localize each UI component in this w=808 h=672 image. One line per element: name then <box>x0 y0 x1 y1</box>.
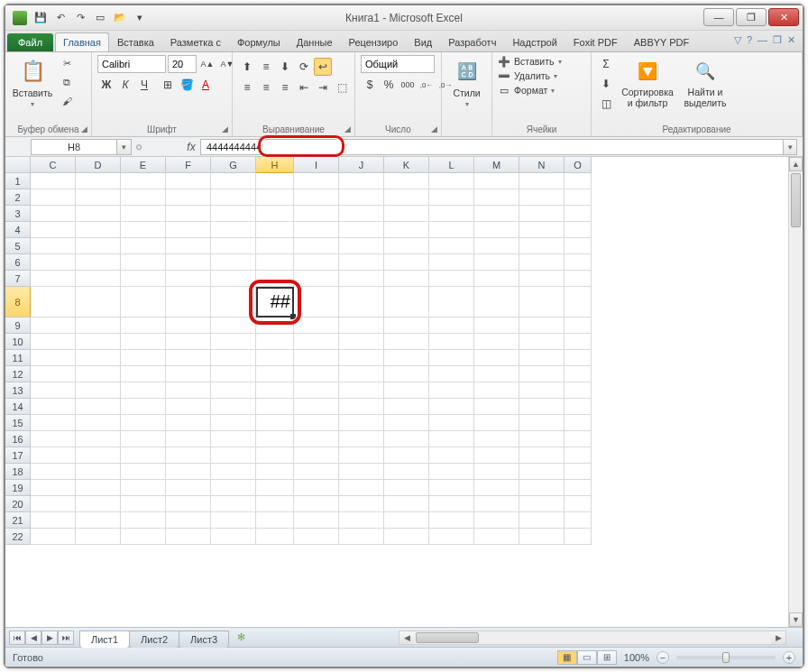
cell-J2[interactable] <box>339 189 384 206</box>
number-launcher-icon[interactable]: ◢ <box>428 124 439 134</box>
cell-M6[interactable] <box>474 254 519 271</box>
cell-N3[interactable] <box>519 206 565 222</box>
cell-G9[interactable] <box>211 318 256 334</box>
cell-E22[interactable] <box>121 529 166 545</box>
cell-N19[interactable] <box>519 480 565 496</box>
cell-N1[interactable] <box>519 173 565 189</box>
cell-N9[interactable] <box>519 318 565 334</box>
cell-D22[interactable] <box>76 529 121 545</box>
row-header-4[interactable]: 4 <box>5 222 31 238</box>
cell-D16[interactable] <box>76 431 121 447</box>
autosum-button[interactable]: Σ <box>597 55 615 73</box>
cell-J6[interactable] <box>339 254 384 271</box>
cell-I20[interactable] <box>294 496 339 512</box>
merge-button[interactable]: ⬚ <box>333 78 351 97</box>
col-header-K[interactable]: K <box>384 157 429 173</box>
cell-N18[interactable] <box>519 464 565 480</box>
cell-O6[interactable] <box>565 254 592 271</box>
cell-D11[interactable] <box>76 350 121 366</box>
cell-G20[interactable] <box>211 496 256 512</box>
currency-button[interactable]: $ <box>361 76 379 94</box>
cell-N10[interactable] <box>519 334 565 350</box>
cell-G14[interactable] <box>211 399 256 415</box>
cell-J22[interactable] <box>339 529 384 545</box>
cell-M9[interactable] <box>474 318 519 334</box>
qat-new[interactable]: ▭ <box>92 10 108 26</box>
cell-O14[interactable] <box>565 399 592 415</box>
cell-M19[interactable] <box>474 480 519 496</box>
cell-E3[interactable] <box>121 206 166 222</box>
cell-I12[interactable] <box>294 366 339 382</box>
cell-F3[interactable] <box>166 206 211 222</box>
cell-I19[interactable] <box>294 480 339 496</box>
cell-N11[interactable] <box>519 350 565 366</box>
cell-J8[interactable] <box>339 287 384 318</box>
tab-вид[interactable]: Вид <box>406 32 440 51</box>
cell-C16[interactable] <box>31 431 76 447</box>
decrease-indent-button[interactable]: ⇤ <box>295 78 313 97</box>
cell-M8[interactable] <box>474 287 519 318</box>
cell-D17[interactable] <box>76 447 121 464</box>
cell-L1[interactable] <box>429 173 474 189</box>
cell-D13[interactable] <box>76 382 121 399</box>
cell-G12[interactable] <box>211 366 256 382</box>
cell-D18[interactable] <box>76 464 121 480</box>
row-header-20[interactable]: 20 <box>5 496 31 512</box>
cell-L7[interactable] <box>429 271 474 287</box>
cell-N5[interactable] <box>519 238 565 254</box>
cell-G10[interactable] <box>211 334 256 350</box>
cell-F18[interactable] <box>166 464 211 480</box>
cell-D3[interactable] <box>76 206 121 222</box>
cell-O10[interactable] <box>565 334 592 350</box>
col-header-D[interactable]: D <box>76 157 121 173</box>
view-mode-2[interactable]: ⊞ <box>597 650 617 665</box>
cell-M18[interactable] <box>474 464 519 480</box>
cell-L9[interactable] <box>429 318 474 334</box>
cell-L4[interactable] <box>429 222 474 238</box>
cell-E18[interactable] <box>121 464 166 480</box>
cell-K2[interactable] <box>384 189 429 206</box>
cell-D6[interactable] <box>76 254 121 271</box>
cell-I7[interactable] <box>294 271 339 287</box>
tab-разметка с[interactable]: Разметка с <box>162 32 229 51</box>
cell-N12[interactable] <box>519 366 565 382</box>
cell-F4[interactable] <box>166 222 211 238</box>
cell-G7[interactable] <box>211 271 256 287</box>
cell-D19[interactable] <box>76 480 121 496</box>
cell-K14[interactable] <box>384 399 429 415</box>
increase-indent-button[interactable]: ⇥ <box>314 78 332 97</box>
formula-bar-expand[interactable]: ▾ <box>783 139 797 155</box>
cell-L22[interactable] <box>429 529 474 545</box>
cell-K22[interactable] <box>384 529 429 545</box>
cell-D10[interactable] <box>76 334 121 350</box>
cell-F7[interactable] <box>166 271 211 287</box>
cell-F19[interactable] <box>166 480 211 496</box>
cell-N7[interactable] <box>519 271 565 287</box>
col-header-M[interactable]: M <box>474 157 519 173</box>
row-header-9[interactable]: 9 <box>5 318 31 334</box>
cell-O17[interactable] <box>565 447 592 464</box>
cell-K15[interactable] <box>384 415 429 431</box>
scroll-left-icon[interactable]: ◀ <box>399 631 414 644</box>
cell-N15[interactable] <box>519 415 565 431</box>
cell-F2[interactable] <box>166 189 211 206</box>
row-header-18[interactable]: 18 <box>5 464 31 480</box>
cell-F10[interactable] <box>166 334 211 350</box>
cell-O5[interactable] <box>565 238 592 254</box>
clipboard-launcher-icon[interactable]: ◢ <box>78 124 89 134</box>
cell-L15[interactable] <box>429 415 474 431</box>
name-box-dropdown[interactable]: ▾ <box>117 139 132 155</box>
font-name-combo[interactable]: Calibri <box>97 55 166 73</box>
qat-undo[interactable]: ↶ <box>52 10 69 26</box>
cell-F9[interactable] <box>166 318 211 334</box>
cell-E9[interactable] <box>121 318 166 334</box>
cell-J10[interactable] <box>339 334 384 350</box>
name-box[interactable]: H8 <box>31 139 117 155</box>
cell-E1[interactable] <box>121 173 166 189</box>
cell-E12[interactable] <box>121 366 166 382</box>
cell-N17[interactable] <box>519 447 565 464</box>
cell-L20[interactable] <box>429 496 474 512</box>
cell-O1[interactable] <box>565 173 592 189</box>
cell-N14[interactable] <box>519 399 565 415</box>
horizontal-scrollbar[interactable]: ◀ ▶ <box>399 631 786 645</box>
